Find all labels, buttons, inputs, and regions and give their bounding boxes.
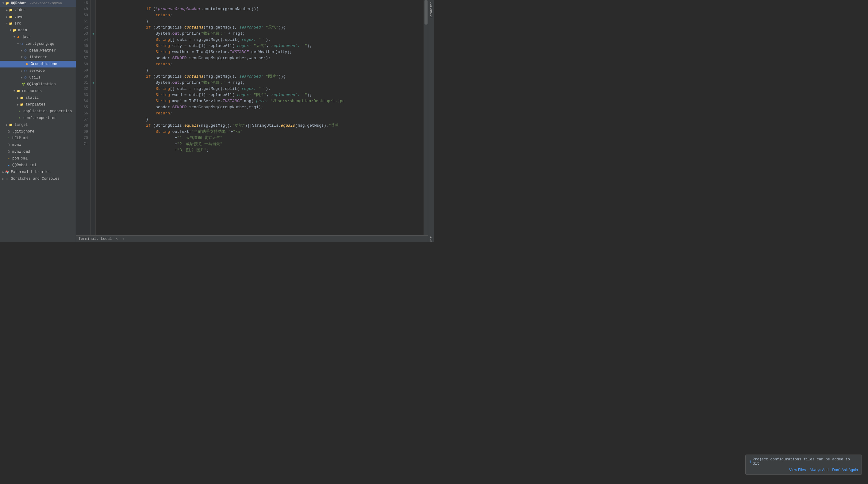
- arrow-icon: [21, 56, 22, 59]
- sidebar-item-label: bean.weather: [29, 49, 56, 53]
- editor-gutter: ◆ ◆: [91, 0, 96, 235]
- arrow-icon: [17, 103, 19, 107]
- line-num-66: 66: [77, 111, 88, 117]
- folder-icon: 📁: [19, 95, 24, 100]
- sidebar-item-target[interactable]: 📁 target: [0, 121, 76, 128]
- sidebar-item-group-listener[interactable]: C GroupListener: [0, 61, 76, 67]
- folder-icon: 📁: [16, 89, 21, 94]
- line-num-59: 59: [77, 67, 88, 73]
- sidebar-item-gitignore[interactable]: 🗒 .gitignore: [0, 128, 76, 135]
- scrollbar-thumb[interactable]: [425, 0, 428, 25]
- package-icon: ⬡: [23, 48, 28, 53]
- editor-panel: 48 49 50 51 52 53 54 55 56 57 58 59 60 6…: [76, 0, 428, 242]
- iml-icon: ◈: [6, 163, 11, 168]
- folder-icon: 📁: [12, 28, 17, 33]
- sidebar-item-package-root[interactable]: ⬡ com.tysong.qq: [0, 40, 76, 47]
- sidebar-item-label: mvnw: [12, 143, 21, 147]
- add-terminal-icon[interactable]: ＋: [121, 236, 125, 241]
- gutter-71: [91, 141, 96, 147]
- gutter-65: [91, 104, 96, 111]
- gutter-52: [91, 25, 96, 31]
- line-num-71: 71: [77, 141, 88, 147]
- editor-scrollbar[interactable]: [424, 0, 428, 235]
- code-area[interactable]: 48 49 50 51 52 53 54 55 56 57 58 59 60 6…: [76, 0, 428, 235]
- sidebar-item-java[interactable]: J java: [0, 34, 76, 40]
- sidebar-item-src[interactable]: 📁 src: [0, 20, 76, 27]
- sidebar-item-label: service: [29, 69, 44, 73]
- gutter-66: [91, 111, 96, 117]
- sidebar-item-main[interactable]: 📁 main: [0, 27, 76, 34]
- package-icon: ⬡: [23, 55, 28, 60]
- sidebar-item-label: templates: [26, 102, 45, 107]
- sidebar-item-mvnw[interactable]: 🗒 mvnw: [0, 142, 76, 148]
- sidebar-item-label: .idea: [14, 8, 26, 12]
- sidebar-item-mvnw-cmd[interactable]: 🗒 mvnw.cmd: [0, 148, 76, 155]
- line-num-64: 64: [77, 98, 88, 104]
- arrow-icon: [6, 8, 8, 12]
- folder-icon: 📁: [8, 122, 13, 127]
- line-num-55: 55: [77, 43, 88, 49]
- line-num-63: 63: [77, 92, 88, 98]
- sidebar-item-label: .mvn: [14, 15, 23, 19]
- terminal-type: Local: [101, 237, 112, 241]
- line-numbers: 48 49 50 51 52 53 54 55 56 57 58 59 60 6…: [76, 0, 91, 235]
- sidebar-item-resources[interactable]: 📁 resources: [0, 88, 76, 94]
- arrow-icon: [17, 42, 19, 46]
- arrow-icon: [21, 49, 22, 53]
- sidebar-item-idea[interactable]: 📁 .idea: [0, 7, 76, 13]
- sidebar-item-listener[interactable]: ⬡ listener: [0, 54, 76, 61]
- line-num-62: 62: [77, 86, 88, 92]
- gutter-57: [91, 55, 96, 61]
- gutter-62: [91, 86, 96, 92]
- sidebar-item-label: GroupListener: [31, 62, 60, 66]
- code-content[interactable]: if (!processGroupNumber.contains(groupNu…: [96, 0, 424, 235]
- sidebar-item-static[interactable]: 📁 static: [0, 94, 76, 101]
- java-folder-icon: J: [16, 35, 21, 39]
- sidebar-item-external-libraries[interactable]: 📚 External Libraries: [0, 169, 76, 176]
- sidebar-item-label: QQApplication: [27, 82, 56, 87]
- sidebar-item-application-properties[interactable]: ⚙ application.properties: [0, 108, 76, 115]
- terminal-bar[interactable]: Terminal: Local ✕ ＋: [76, 235, 428, 242]
- sidebar-item-label: QQRobot: [11, 1, 26, 5]
- sidebar-item-mvn[interactable]: 📁 .mvn: [0, 13, 76, 20]
- sidebar-item-label: mvnw.cmd: [12, 150, 30, 154]
- line-num-68: 68: [77, 123, 88, 129]
- gutter-55: [91, 43, 96, 49]
- xml-icon: m: [6, 156, 11, 161]
- sidebar-item-pom-xml[interactable]: m pom.xml: [0, 155, 76, 162]
- sidebar-item-qq-application[interactable]: 🌱 QQApplication: [0, 81, 76, 88]
- library-icon: 📚: [5, 170, 9, 175]
- terminal-close-icon[interactable]: ✕: [116, 237, 118, 241]
- gutter-63: [91, 92, 96, 98]
- line-num-53: 53: [77, 31, 88, 37]
- git-tool-button[interactable]: Git: [428, 236, 434, 242]
- gutter-51: [91, 19, 96, 25]
- sidebar-item-help-md[interactable]: M HELP.md: [0, 135, 76, 142]
- workspace-path: ~/workspace/QQRob: [28, 2, 62, 5]
- scratches-icon: ✏: [5, 176, 9, 181]
- sidebar-item-conf-properties[interactable]: ⚙ conf.properties: [0, 115, 76, 121]
- file-icon: 🗒: [6, 143, 11, 148]
- sidebar-item-label: QQRobot.iml: [12, 163, 36, 168]
- arrow-icon: [10, 29, 11, 32]
- sidebar-item-service[interactable]: ⬡ service: [0, 67, 76, 74]
- sidebar-item-label: pom.xml: [12, 156, 28, 161]
- sidebar-item-qqrobot[interactable]: 📁 QQRobot ~/workspace/QQRob: [0, 0, 76, 7]
- sidebar-item-label: utils: [29, 75, 40, 80]
- sidebar-item-utils[interactable]: ⬡ utils: [0, 74, 76, 81]
- right-tools-panel: Run Database Git: [428, 0, 434, 242]
- package-icon: ⬡: [19, 41, 24, 46]
- sidebar-item-label: conf.properties: [23, 116, 56, 120]
- sidebar-item-scratches[interactable]: ✏ Scratches and Consoles: [0, 176, 76, 182]
- git-icon: 🗒: [6, 129, 11, 134]
- gutter-54: [91, 37, 96, 43]
- sidebar-item-label: java: [22, 35, 31, 39]
- line-num-48: 48: [77, 0, 88, 6]
- properties-icon: ⚙: [17, 116, 22, 121]
- sidebar-item-qqrobot-iml[interactable]: ◈ QQRobot.iml: [0, 162, 76, 169]
- database-tool-button[interactable]: Database: [428, 8, 434, 14]
- sidebar-item-bean-weather[interactable]: ⬡ bean.weather: [0, 47, 76, 54]
- sidebar-item-templates[interactable]: 📁 templates: [0, 101, 76, 108]
- arrow-icon: [6, 16, 8, 19]
- sidebar-item-label: External Libraries: [11, 170, 51, 174]
